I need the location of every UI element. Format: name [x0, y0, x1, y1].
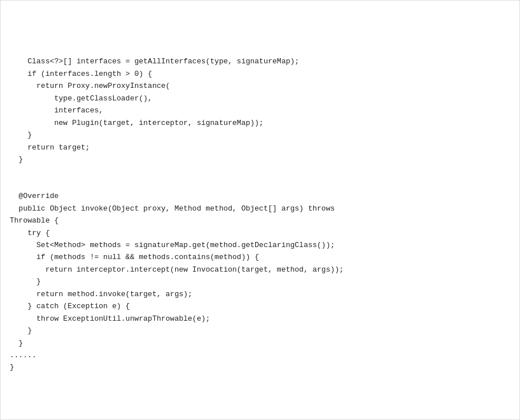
code-line: return method.invoke(target, args); — [10, 288, 510, 300]
code-line: } catch (Exception e) { — [10, 300, 510, 312]
code-line: if (methods != null && methods.contains(… — [10, 251, 510, 263]
code-line: } — [10, 325, 510, 337]
code-line: Class<?>[] interfaces = getAllInterfaces… — [10, 55, 510, 67]
code-viewer: Class<?>[] interfaces = getAllInterfaces… — [0, 0, 520, 420]
code-line: } — [10, 154, 510, 165]
code-line — [10, 165, 510, 177]
code-line: Throwable { — [10, 215, 510, 227]
code-line: type.getClassLoader(), — [10, 92, 510, 104]
code-line: return target; — [10, 142, 510, 154]
code-line — [10, 178, 510, 190]
code-line: if (interfaces.length > 0) { — [10, 68, 510, 80]
code-line: throw ExceptionUtil.unwrapThrowable(e); — [10, 313, 510, 325]
code-line: } — [10, 337, 510, 349]
code-line: } — [10, 276, 510, 288]
code-line: return Proxy.newProxyInstance( — [10, 80, 510, 92]
code-line: } — [10, 361, 510, 373]
code-line: ...... — [10, 349, 510, 361]
code-line: try { — [10, 227, 510, 239]
code-line: Set<Method> methods = signatureMap.get(m… — [10, 239, 510, 251]
code-line: public Object invoke(Object proxy, Metho… — [10, 203, 510, 215]
code-line: new Plugin(target, interceptor, signatur… — [10, 117, 510, 129]
code-line: @Override — [10, 190, 510, 202]
code-line: } — [10, 129, 510, 141]
code-content: Class<?>[] interfaces = getAllInterfaces… — [10, 31, 510, 374]
code-line: return interceptor.intercept(new Invocat… — [10, 264, 510, 276]
code-line: interfaces, — [10, 104, 510, 116]
